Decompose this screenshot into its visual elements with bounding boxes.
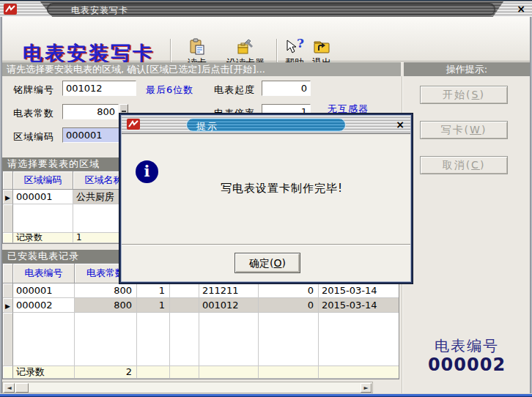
nameplate-hint: 最后6位数 (146, 84, 193, 97)
start-reading-input[interactable] (262, 81, 311, 96)
meter-number-value: 000002 (404, 355, 530, 375)
table-cell: 001012 (199, 298, 259, 313)
row-selector: ▶ (3, 298, 13, 313)
row-selector: ▶ (3, 190, 13, 204)
ok-button[interactable]: 确定(O) (234, 253, 300, 273)
table-cell: 211211 (199, 283, 259, 298)
table-cell: 0 (259, 283, 319, 298)
exit-icon (313, 38, 330, 56)
table-cell: 800 (75, 283, 137, 298)
table-cell: 800 (75, 298, 137, 313)
start-reading-label: 电表起度 (214, 84, 255, 97)
table-cell: 000001 (13, 283, 75, 298)
constant-label: 电表常数 (13, 107, 54, 120)
table-cell (170, 283, 199, 298)
help-icon: ? (286, 38, 303, 56)
window-title: 电表安装写卡 (71, 4, 128, 17)
table-cell: 000001 (13, 190, 73, 204)
cancel-button[interactable]: 取消(C) (420, 156, 508, 174)
instruction-bar: 请先选择要安装电表的区域, 确认[区域已选定]后点击[开始]... (2, 62, 401, 76)
table-cell: 2015-03-14 (319, 283, 399, 298)
app-logo-icon (4, 4, 17, 18)
row-selector (3, 283, 13, 298)
table-cell: 1 (137, 298, 170, 313)
record-count-label: 记录数 (13, 233, 73, 243)
dialog-close-button[interactable]: × (394, 119, 406, 130)
titlebar: 电表安装写卡 × (0, 0, 532, 17)
table-cell: 000002 (13, 298, 75, 313)
nameplate-label: 铭牌编号 (13, 84, 54, 97)
area-code-label: 区域编码 (13, 130, 54, 144)
app-window: 电表安装写卡 × 电表安装写卡 读卡 (0, 0, 532, 397)
dialog-logo-icon (127, 119, 140, 133)
header-cell (3, 171, 13, 190)
message-dialog: 提示 × i 写电表设置卡制作完毕! 确定(O) (119, 114, 413, 283)
write-card-button[interactable]: 写卡(W) (420, 121, 508, 139)
window-close-button[interactable]: × (514, 3, 528, 15)
table-cell (170, 298, 199, 313)
table-row[interactable]: 000001 800 1 211211 0 2015-03-14 (3, 283, 399, 298)
table-cell: 1 (137, 283, 170, 298)
start-button[interactable]: 开始(S) (420, 86, 508, 104)
table-row[interactable]: ▶ 000002 800 1 001012 0 2015-03-14 (3, 298, 399, 313)
help-question-glyph: ? (297, 36, 304, 51)
table-filler-row (3, 313, 399, 366)
scroll-right-button[interactable]: ► (361, 383, 372, 393)
reader-setup-icon (237, 38, 254, 56)
card-reader-icon (188, 38, 206, 56)
table-cell: 0 (259, 298, 319, 313)
header-cell: 区域编码 (13, 171, 73, 190)
window-bottom-edge (0, 393, 532, 397)
scrollbar-thumb[interactable] (15, 383, 29, 393)
horizontal-scrollbar[interactable]: ◄ ► (2, 382, 373, 393)
record-count-value: 2 (75, 366, 137, 379)
header-cell: 电表编号 (13, 264, 75, 283)
record-count-label: 记录数 (13, 366, 75, 379)
table-cell: 2015-03-14 (319, 298, 399, 313)
nameplate-input[interactable] (62, 81, 136, 96)
scroll-left-button[interactable]: ◄ (4, 383, 15, 393)
dialog-separator (122, 244, 410, 245)
dialog-titlebar: 提示 × (122, 116, 410, 134)
constant-input[interactable] (62, 104, 119, 119)
header: 电表安装写卡 读卡 (2, 17, 530, 62)
dialog-title: 提示 (196, 120, 218, 133)
dialog-message: 写电表设置卡制作完毕! (221, 182, 343, 196)
meter-table-footer: 记录数 2 (3, 366, 399, 379)
window-left-edge (0, 17, 2, 393)
info-icon: i (136, 160, 158, 183)
header-cell (3, 264, 13, 283)
meter-number-label: 电表编号 (404, 336, 530, 356)
ops-panel-title: 操作提示: (404, 62, 530, 76)
